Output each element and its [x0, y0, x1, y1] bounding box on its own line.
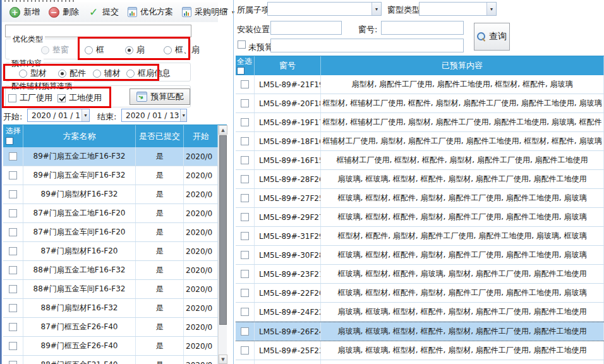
row-checkbox[interactable] — [9, 190, 17, 198]
start-date-cell: 2020/0 — [184, 337, 218, 355]
chevron-down-icon[interactable] — [371, 3, 381, 15]
row-checkbox[interactable] — [9, 323, 17, 331]
window-no-input[interactable] — [381, 21, 464, 35]
plan-row[interactable]: 89#门框五金F26-F40 是 2020/0 — [3, 337, 218, 356]
select-all-checkbox[interactable] — [237, 67, 245, 75]
chevron-down-icon[interactable] — [180, 109, 186, 121]
plan-table: 选择 方案名称 是否已提交 开始 89#门扇五金工地F16-F32 是 2020… — [3, 124, 227, 364]
window-row[interactable]: LM5L-89#-27F25 框玻璃, 框型材, 框配件, 扇型材, 扇配件工厂… — [236, 189, 604, 208]
submit-button[interactable]: ✓ 提交 — [84, 3, 123, 21]
plan-row[interactable]: 88#门扇五金车间F16-F32 是 2020/0 — [3, 280, 218, 299]
select-all-checkbox[interactable] — [6, 137, 13, 145]
vertical-scrollbar[interactable]: ▲ ▼ — [218, 125, 227, 364]
row-checkbox[interactable] — [9, 228, 17, 236]
panel-splitter[interactable] — [233, 0, 234, 364]
plan-name-cell: 89#门扇型材F16-F32 — [23, 185, 136, 203]
plan-row[interactable]: 87#门扇型材F16-F20 是 2020/0 — [3, 242, 218, 261]
row-checkbox[interactable] — [241, 137, 249, 145]
plan-table-header: 选择 方案名称 是否已提交 开始 — [3, 125, 218, 147]
row-checkbox[interactable] — [241, 270, 249, 278]
row-checkbox[interactable] — [241, 118, 249, 126]
toolbar-overflow-button[interactable] — [221, 5, 230, 18]
plan-row[interactable]: 88#门扇型材F16-F32 是 2020/0 — [3, 299, 218, 318]
window-row[interactable]: LM5L-89#-24F22 扇玻璃, 框玻璃, 框型材, 框配件, 扇型材, … — [236, 303, 604, 322]
plan-row[interactable]: 87#门扇五金车间F16-F20 是 2020/0 — [3, 223, 218, 242]
row-checkbox[interactable] — [9, 342, 17, 350]
row-checkbox[interactable] — [241, 289, 249, 297]
row-checkbox[interactable] — [241, 175, 249, 183]
row-checkbox[interactable] — [241, 232, 249, 240]
install-position-input[interactable] — [270, 21, 342, 35]
scroll-down-icon[interactable]: ▼ — [219, 355, 227, 364]
plan-row[interactable]: 88#门扇五金工地F16-F32 是 2020/0 — [3, 261, 218, 280]
plan-row[interactable]: 87#门框五金F26-F40 是 2020/0 — [3, 318, 218, 337]
radio-icon — [93, 70, 101, 78]
window-row[interactable]: LM5L-89#-28F26 扇玻璃, 框玻璃, 框型材, 框配件, 扇型材, … — [236, 170, 604, 189]
chevron-down-icon[interactable] — [82, 109, 89, 121]
checkbox-site-use[interactable]: 工地使用 — [57, 92, 102, 104]
window-row[interactable]: LM5L-89#-20F18 框型材, 框辅材工厂使用, 框配件, 扇型材, 扇… — [236, 94, 604, 113]
row-checkbox[interactable] — [241, 327, 249, 336]
window-row[interactable]: LM5L-89#-23F21 框玻璃, 框型材, 框配件, 扇玻璃, 扇型材, … — [236, 265, 604, 284]
radio-frame[interactable]: 框 — [85, 44, 104, 56]
window-row[interactable]: LM5L-89#-29F27 框玻璃, 框型材, 框配件, 扇型材, 扇配件工厂… — [236, 208, 604, 227]
window-row[interactable]: LM5L-89#-22F20 框玻璃, 框型材, 框配件, 扇型材, 扇配件工厂… — [236, 284, 604, 303]
checkbox-factory-use[interactable]: 工厂使用 — [8, 92, 52, 104]
delete-button[interactable]: − 删除 — [45, 4, 83, 20]
window-row[interactable]: LM5L-89#-16F15 框辅材工厂使用, 框型材, 框配件, 扇型材, 扇… — [236, 151, 604, 170]
query-button[interactable]: 查询 — [474, 23, 510, 51]
plan-row[interactable]: 89#门扇五金车间F16-F32 是 2020/0 — [3, 166, 218, 185]
row-checkbox[interactable] — [241, 194, 249, 202]
radio-frame-sash-info[interactable]: 框扇信息 — [126, 68, 171, 79]
radio-frame-sash[interactable]: 框、扇 — [164, 44, 200, 56]
row-checkbox[interactable] — [9, 361, 17, 364]
budget-match-button[interactable]: 预算匹配 — [130, 88, 190, 105]
window-row[interactable]: LM5L-89#-31F29 框型材, 框配件, 扇型材, 扇配件工厂使用, 扇… — [236, 227, 604, 246]
plan-row[interactable]: 88#门框五金F21-F40 是 2020/0 — [3, 356, 218, 364]
radio-whole-window[interactable]: 整窗 — [41, 44, 69, 56]
row-checkbox[interactable] — [9, 209, 17, 217]
row-checkbox[interactable] — [241, 80, 249, 88]
radio-sash[interactable]: 扇 — [125, 44, 145, 56]
row-checkbox[interactable] — [9, 171, 17, 179]
no-budget-checkbox[interactable] — [238, 40, 246, 49]
no-budget-input[interactable] — [270, 39, 464, 52]
row-checkbox[interactable] — [241, 156, 249, 164]
scroll-up-icon[interactable]: ▲ — [219, 125, 227, 135]
row-checkbox[interactable] — [241, 99, 249, 107]
plan-row[interactable]: 89#门扇五金工地F16-F32 是 2020/0 — [3, 147, 218, 166]
sub-item-select[interactable] — [267, 2, 382, 16]
window-row[interactable]: LM5L-89#-19F17 框型材, 框辅材工厂使用, 扇型材, 扇配件工厂使… — [236, 113, 604, 132]
add-button[interactable]: + 新增 — [6, 4, 44, 20]
plan-row[interactable]: 89#门扇型材F16-F32 是 2020/0 — [3, 185, 218, 204]
window-row[interactable]: LM5L-89#-21F19 扇型材, 扇配件工厂使用, 扇配件工地使用, 框型… — [236, 75, 604, 94]
window-type-select[interactable] — [419, 2, 497, 16]
row-checkbox[interactable] — [241, 346, 249, 355]
radio-auxiliary[interactable]: 辅材 — [93, 68, 121, 79]
row-checkbox[interactable] — [241, 308, 249, 316]
window-row[interactable]: LM5L-89#-25F23 扇玻璃, 框玻璃, 框型材, 框配件, 扇型材, … — [236, 341, 604, 360]
chevron-down-icon[interactable] — [486, 3, 496, 15]
scrollbar-thumb[interactable] — [219, 135, 227, 325]
radio-label: 框扇信息 — [138, 68, 171, 79]
window-row[interactable]: LM5L-89#-26F24 扇玻璃, 框玻璃, 框型材, 框配件, 扇型材, … — [236, 322, 604, 341]
row-checkbox[interactable] — [241, 251, 249, 259]
row-checkbox[interactable] — [9, 266, 17, 274]
row-checkbox[interactable] — [9, 247, 17, 255]
row-checkbox[interactable] — [9, 152, 17, 161]
optimize-plan-button[interactable]: 优化方案 — [124, 4, 177, 20]
window-no-cell: LM5L-89#-20F18 — [255, 94, 321, 112]
window-row[interactable]: LM5L-89#-18F16 框辅材工厂使用, 扇型材, 扇配件工厂使用, 扇配… — [236, 132, 604, 151]
radio-accessory[interactable]: 配件 — [58, 68, 86, 79]
end-date-picker[interactable]: 2020 / 01 / 13 — [121, 109, 187, 122]
window-row[interactable]: LM5L-89#-30F28 框玻璃, 框型材, 框配件, 扇型材, 扇配件工厂… — [236, 246, 604, 265]
radio-profile[interactable]: 型材 — [19, 68, 47, 79]
row-checkbox[interactable] — [9, 285, 17, 293]
row-checkbox[interactable] — [241, 213, 249, 221]
budgeted-content-cell: 框玻璃, 框型材, 框配件, 扇型材, 扇配件工厂使用, 扇配件工地使用, 扇玻… — [321, 284, 604, 302]
plan-row[interactable]: 87#门扇五金工地F16-F20 是 2020/0 — [3, 204, 218, 223]
start-date-picker[interactable]: 2020 / 01 / 1 — [27, 109, 90, 122]
window-no-cell: LM5L-89#-18F16 — [255, 132, 321, 150]
install-position-label: 安装位置: — [237, 24, 272, 35]
row-checkbox[interactable] — [9, 304, 17, 312]
